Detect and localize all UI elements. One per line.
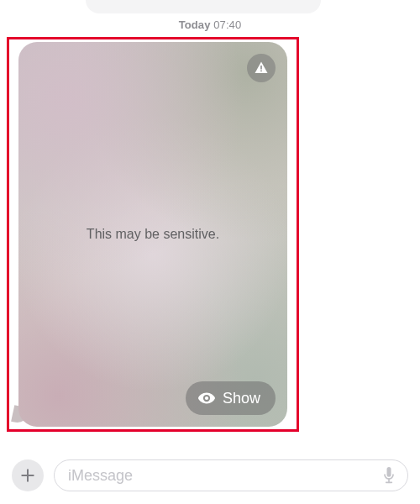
dictation-button[interactable]	[381, 465, 397, 486]
svg-rect-0	[260, 66, 262, 70]
timestamp-day: Today	[179, 18, 211, 31]
svg-rect-5	[387, 467, 391, 477]
message-composer	[0, 455, 420, 496]
warning-badge[interactable]	[247, 54, 276, 82]
previous-message-bubble	[86, 0, 321, 13]
eye-icon	[197, 389, 216, 407]
show-button[interactable]: Show	[186, 381, 276, 415]
sensitive-image-bubble[interactable]: This may be sensitive. Show	[18, 42, 287, 427]
show-button-label: Show	[223, 390, 260, 407]
timestamp: Today 07:40	[0, 18, 420, 31]
svg-rect-1	[260, 71, 262, 72]
svg-point-2	[205, 396, 208, 400]
plus-icon	[19, 467, 36, 484]
message-input[interactable]	[68, 467, 381, 485]
add-button[interactable]	[12, 459, 44, 491]
timestamp-time: 07:40	[213, 18, 241, 31]
microphone-icon	[381, 465, 397, 486]
incoming-message[interactable]: This may be sensitive. Show	[18, 42, 287, 427]
message-input-container[interactable]	[54, 459, 408, 491]
warning-triangle-icon	[254, 60, 269, 76]
sensitive-content-label: This may be sensitive.	[87, 227, 219, 242]
